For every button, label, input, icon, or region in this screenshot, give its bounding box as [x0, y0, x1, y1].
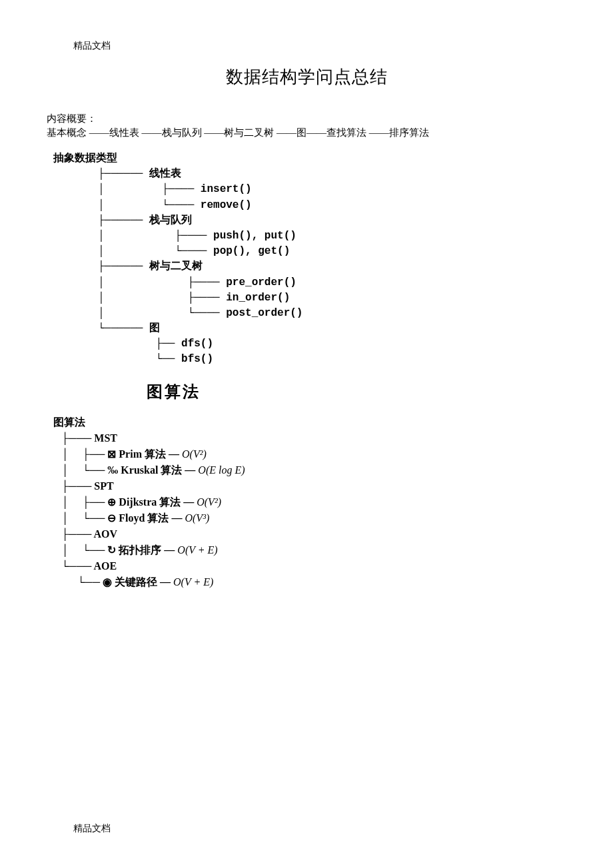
tree2-kruskal-o: O(E log E) [198, 464, 245, 476]
tree2-prim-o: O(V²) [182, 448, 207, 460]
tree2-root: 图算法 [53, 416, 85, 428]
tree-linear-list: 线性表 [149, 168, 181, 180]
tree-root: 抽象数据类型 [53, 153, 117, 165]
tree-push-put: push(), put() [213, 230, 297, 242]
tree2-kruskal: Kruskal 算法 [121, 464, 182, 476]
tree2-aoe: AOE [93, 560, 117, 572]
adt-tree: 抽象数据类型 ├────── 线性表 │ ├──── insert() │ └─… [53, 151, 566, 368]
footer-label: 精品文档 [73, 823, 111, 835]
tree2-floyd: Floyd 算法 [119, 512, 169, 524]
tree2-floyd-o: O(V³) [185, 512, 209, 524]
tree2-prim: Prim 算法 [119, 448, 166, 460]
tree-remove: remove() [201, 199, 252, 211]
tree-preorder: pre_order() [226, 276, 297, 288]
tree-inorder: in_order() [226, 292, 290, 304]
tree-tree-bintree: 树与二叉树 [149, 260, 203, 272]
tree-insert: insert() [201, 183, 252, 195]
tree-dfs: dfs() [181, 338, 213, 350]
tree2-spt: SPT [94, 480, 113, 492]
tree-graph: 图 [149, 322, 160, 334]
intro-topics: 基本概念 ——线性表 ——栈与队列 ——树与二叉树 ——图——查找算法 ——排序… [47, 127, 566, 139]
tree2-critical-path-o: O(V + E) [173, 576, 213, 588]
tree2-mst: MST [94, 432, 117, 444]
graph-algo-tree: 图算法 ├─── MST │ ├── ⊠ Prim 算法 — O(V²) │ └… [53, 414, 566, 590]
header-label: 精品文档 [73, 40, 566, 52]
page-title: 数据结构学问点总结 [47, 65, 566, 89]
tree2-dijkstra-o: O(V²) [197, 496, 221, 508]
tree2-aov: AOV [93, 528, 117, 540]
graph-algo-heading: 图算法 [147, 381, 566, 402]
tree2-toposort: 拓扑排序 [119, 544, 161, 556]
tree-bfs: bfs() [181, 353, 213, 365]
tree-pop-get: pop(), get() [213, 245, 290, 257]
tree2-toposort-o: O(V + E) [177, 544, 217, 556]
tree2-dijkstra: Dijkstra 算法 [119, 496, 181, 508]
tree2-critical-path: 关键路径 [115, 576, 157, 588]
tree-postorder: post_order() [226, 307, 303, 319]
tree-stack-queue: 栈与队列 [149, 215, 192, 226]
intro-label: 内容概要： [47, 113, 566, 125]
